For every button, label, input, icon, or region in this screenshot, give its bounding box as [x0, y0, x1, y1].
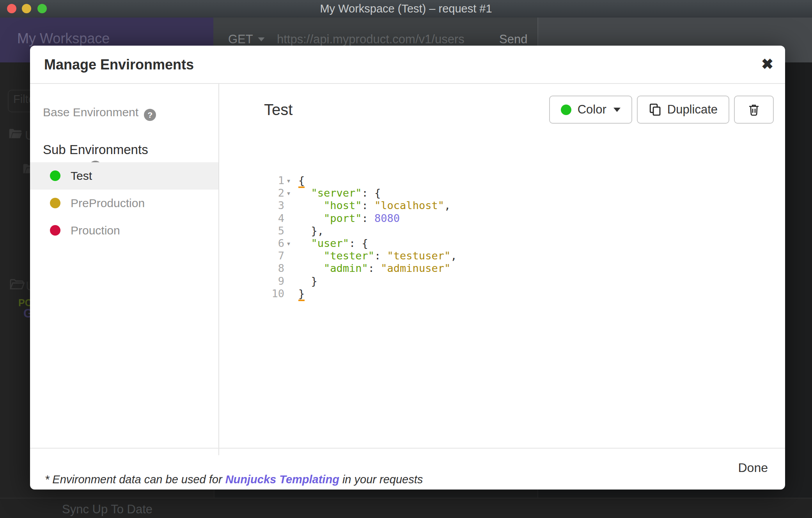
note-prefix: * Environment data can be used for — [45, 473, 225, 486]
macos-titlebar: My Workspace (Test) – request #1 — [0, 0, 812, 18]
fold-arrow-icon[interactable]: ▾ — [284, 187, 298, 199]
fold-gutter-spacer — [284, 262, 298, 275]
sub-environments-label: Sub Environments — [43, 142, 148, 157]
modal-title: Manage Environments — [44, 57, 194, 73]
environment-item-prouction[interactable]: Prouction — [30, 217, 218, 244]
line-number: 7 — [264, 250, 284, 262]
environment-list: TestPreProductionProuction — [30, 162, 218, 244]
code-line-9: 9 } — [264, 275, 457, 287]
code-line-4: 4 "port": 8080 — [264, 212, 457, 225]
base-environment-item[interactable]: Base Environment? — [43, 106, 156, 121]
modal-header: Manage Environments ✖ — [30, 46, 785, 84]
send-button[interactable]: Send — [499, 32, 527, 46]
note-suffix: in your requests — [339, 473, 423, 486]
line-number: 3 — [264, 199, 284, 212]
folder-open-outline-icon — [9, 278, 25, 291]
code-line-1: 1▾{ — [264, 174, 457, 187]
code-text: "admin": "adminuser" — [298, 262, 450, 275]
duplicate-button[interactable]: Duplicate — [637, 96, 729, 124]
code-text: } — [298, 287, 305, 300]
environment-color-dot — [50, 225, 60, 236]
duplicate-button-label: Duplicate — [667, 103, 718, 117]
code-text: "server": { — [298, 187, 381, 199]
workspace-name: My Workspace — [17, 30, 110, 47]
fold-gutter-spacer — [284, 212, 298, 225]
line-number: 8 — [264, 262, 284, 275]
sync-status-button[interactable]: Sync Up To Date — [0, 502, 215, 516]
line-number: 6 — [264, 237, 284, 250]
fold-arrow-icon[interactable]: ▾ — [284, 237, 298, 250]
code-text: "port": 8080 — [298, 212, 400, 225]
code-line-6: 6▾ "user": { — [264, 237, 457, 250]
fold-gutter-spacer — [284, 275, 298, 287]
code-text: } — [298, 275, 317, 287]
environment-name-heading: Test — [264, 101, 293, 119]
window-title: My Workspace (Test) – request #1 — [0, 0, 812, 18]
modal-footer: * Environment data can be used for Nunju… — [30, 448, 785, 490]
fold-gutter-spacer — [284, 287, 298, 300]
line-number: 10 — [264, 287, 284, 300]
close-icon[interactable]: ✖ — [761, 56, 773, 73]
sync-status-bar: Sync Up To Date — [0, 498, 812, 518]
chevron-down-icon — [258, 37, 265, 41]
code-line-3: 3 "host": "localhost", — [264, 199, 457, 212]
environment-color-dot — [50, 198, 60, 208]
code-line-10: 10} — [264, 287, 457, 300]
method-selector[interactable]: GET — [228, 32, 253, 46]
line-number: 2 — [264, 187, 284, 199]
code-text: "host": "localhost", — [298, 199, 450, 212]
done-button[interactable]: Done — [736, 460, 771, 475]
fold-gutter-spacer — [284, 199, 298, 212]
url-input[interactable]: https://api.myproduct.com/v1/users — [277, 32, 465, 46]
editor-toolbar: Color Duplicate — [549, 96, 774, 124]
trash-icon — [747, 103, 761, 117]
code-text: "tester": "testuser", — [298, 250, 457, 262]
line-number: 5 — [264, 225, 284, 237]
color-button[interactable]: Color — [549, 96, 632, 124]
code-line-7: 7 "tester": "testuser", — [264, 250, 457, 262]
duplicate-icon — [649, 103, 662, 116]
help-icon[interactable]: ? — [144, 109, 156, 121]
code-line-2: 2▾ "server": { — [264, 187, 457, 199]
environment-color-dot — [50, 170, 60, 181]
environment-note: * Environment data can be used for Nunju… — [45, 473, 423, 486]
environment-item-preproduction[interactable]: PreProduction — [30, 190, 218, 217]
code-text: "user": { — [298, 237, 368, 250]
line-number: 4 — [264, 212, 284, 225]
folder-open-icon — [9, 128, 23, 140]
line-number: 1 — [264, 174, 284, 187]
environment-item-label: Test — [71, 169, 92, 182]
nunjucks-templating-link[interactable]: Nunjucks Templating — [225, 473, 339, 486]
color-dot — [561, 105, 571, 115]
environment-item-label: Prouction — [71, 224, 120, 237]
code-line-8: 8 "admin": "adminuser" — [264, 262, 457, 275]
environment-item-label: PreProduction — [71, 197, 145, 209]
fold-gutter-spacer — [284, 250, 298, 262]
fold-gutter-spacer — [284, 225, 298, 237]
chevron-down-icon — [613, 108, 621, 112]
code-text: { — [298, 174, 305, 187]
color-button-label: Color — [578, 103, 606, 117]
fold-arrow-icon[interactable]: ▾ — [284, 174, 298, 187]
environment-item-test[interactable]: Test — [30, 162, 218, 190]
json-editor[interactable]: 1▾{2▾ "server": {3 "host": "localhost",4… — [264, 174, 457, 300]
base-environment-label: Base Environment — [43, 106, 138, 119]
code-line-5: 5 }, — [264, 225, 457, 237]
app-window: My Workspace (Test) – request #1 My Work… — [0, 0, 812, 518]
environments-sidebar: Base Environment? Sub Environments+ Test… — [30, 84, 219, 455]
manage-environments-modal: Manage Environments ✖ Base Environment? … — [30, 46, 785, 490]
code-text: }, — [298, 225, 324, 237]
delete-button[interactable] — [734, 96, 774, 124]
environment-editor: Test Color Duplicate — [220, 84, 785, 455]
line-number: 9 — [264, 275, 284, 287]
